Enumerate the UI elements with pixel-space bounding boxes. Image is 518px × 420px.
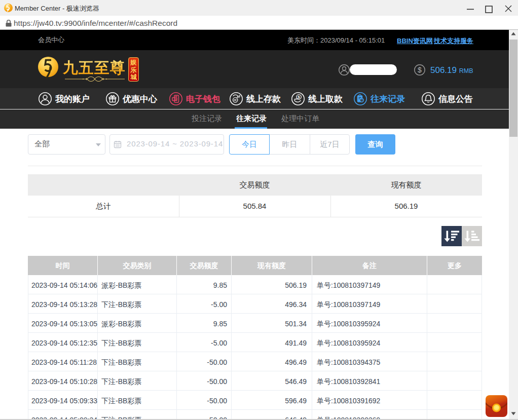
svg-text:$: $ bbox=[298, 95, 300, 99]
svg-text:$: $ bbox=[418, 66, 422, 74]
